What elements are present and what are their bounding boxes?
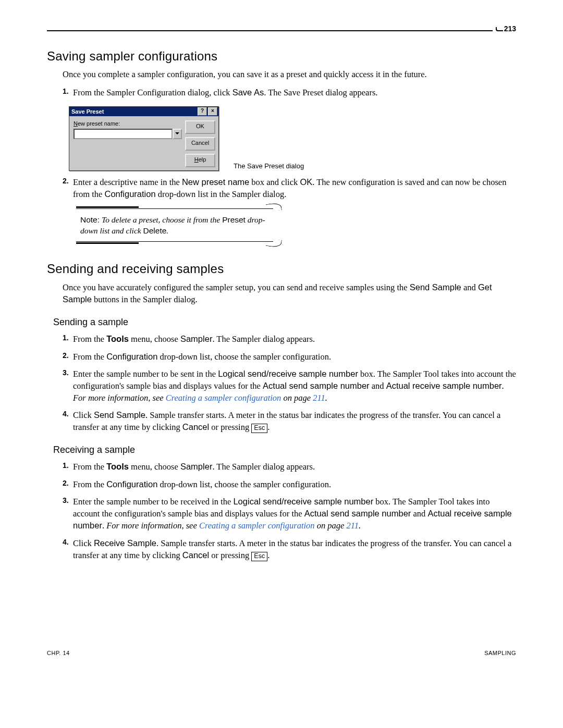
sending-step-3: Enter the sample number to be sent in th… [63, 368, 516, 404]
ok-button[interactable]: OK [185, 120, 215, 134]
heading-saving-sampler: Saving sampler configurations [47, 49, 516, 64]
receiving-step-1: From the Tools menu, choose Sampler. The… [63, 461, 516, 473]
help-icon[interactable]: ? [198, 107, 207, 116]
dropdown-icon[interactable] [173, 129, 182, 139]
new-preset-name-input[interactable] [74, 129, 173, 139]
link-page-211-2[interactable]: 211 [347, 521, 359, 530]
dialog-title: Save Preset [71, 108, 197, 115]
link-creating-sampler-config-1[interactable]: Creating a sampler configuration [166, 393, 282, 403]
sending-step-4: Click Send Sample. Sample transfer start… [63, 409, 516, 434]
footer-title: SAMPLING [484, 650, 516, 656]
cancel-button[interactable]: Cancel [185, 137, 215, 151]
page-number-wrap: 213 [493, 24, 516, 33]
footer-chapter: CHP. 14 [47, 650, 70, 656]
receiving-step-2: From the Configuration drop-down list, c… [63, 478, 516, 490]
dialog-titlebar: Save Preset ? × [69, 107, 218, 116]
page-number: 213 [504, 24, 516, 33]
intro-saving: Once you complete a sampler configuratio… [63, 69, 516, 80]
sending-step-2: From the Configuration drop-down list, c… [63, 351, 516, 363]
esc-key: Esc [251, 424, 267, 433]
link-page-211-1[interactable]: 211 [313, 393, 325, 403]
receiving-step-4: Click Receive Sample. Sample transfer st… [63, 537, 516, 562]
saving-step-1: From the Sampler Configuration dialog, c… [63, 87, 516, 98]
help-button[interactable]: Help [185, 154, 215, 167]
intro-sending-receiving: Once you have accurately configured the … [63, 281, 516, 306]
close-icon[interactable]: × [208, 107, 217, 116]
heading-receiving-a-sample: Receiving a sample [53, 445, 516, 455]
dialog-caption: The Save Preset dialog [234, 162, 304, 171]
save-preset-dialog: Save Preset ? × New preset name: OK Canc… [69, 106, 219, 171]
esc-key-2: Esc [251, 552, 267, 561]
saving-step-2: Enter a descriptive name in the New pres… [63, 176, 516, 201]
heading-sending-a-sample: Sending a sample [53, 317, 516, 328]
note-label: Note: [80, 215, 100, 224]
heading-sending-receiving: Sending and receiving samples [47, 262, 516, 276]
link-creating-sampler-config-2[interactable]: Creating a sampler configuration [199, 521, 315, 530]
note-box: Note: To delete a preset, choose it from… [76, 209, 273, 241]
new-preset-name-label: New preset name: [74, 120, 182, 127]
sending-step-1: From the Tools menu, choose Sampler. The… [63, 333, 516, 345]
receiving-step-3: Enter the sample number to be received i… [63, 496, 516, 532]
